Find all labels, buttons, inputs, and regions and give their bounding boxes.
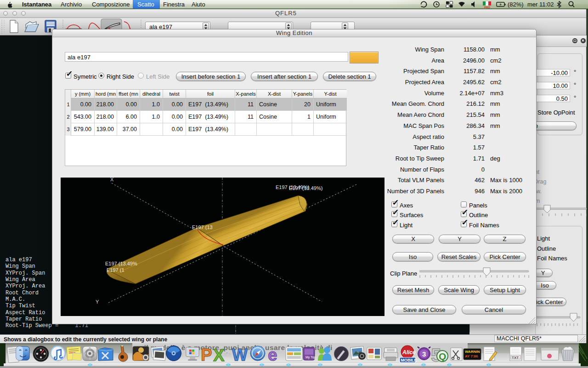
- svg-text:W: W: [232, 345, 248, 364]
- svg-text:3: 3: [422, 350, 426, 358]
- svg-text:E197 (13: E197 (13: [192, 224, 213, 230]
- svg-text:Alice: Alice: [402, 349, 416, 356]
- svg-text:e: e: [268, 345, 277, 364]
- svg-text:PRO: PRO: [484, 6, 490, 9]
- svg-text:E197 (13.49%: E197 (13.49%: [105, 261, 137, 266]
- svg-text:AY 7:86: AY 7:86: [465, 354, 478, 358]
- svg-text:E197 (1: E197 (1: [107, 267, 124, 273]
- svg-text:mer 11:02: mer 11:02: [527, 1, 554, 8]
- svg-text:MOBILE: MOBILE: [401, 358, 417, 362]
- svg-text:TXT: TXT: [512, 356, 519, 360]
- svg-text:E197 (13.49%): E197 (13.49%): [289, 185, 322, 191]
- svg-text:My Top: My Top: [305, 356, 316, 359]
- svg-text:X: X: [110, 178, 114, 182]
- svg-text:WARNIN: WARNIN: [465, 350, 480, 354]
- svg-text:Q: Q: [439, 351, 446, 362]
- svg-text:(82%): (82%): [508, 1, 524, 8]
- svg-text:Y: Y: [96, 299, 99, 305]
- svg-text:P: P: [201, 345, 212, 364]
- svg-text:X: X: [213, 346, 225, 365]
